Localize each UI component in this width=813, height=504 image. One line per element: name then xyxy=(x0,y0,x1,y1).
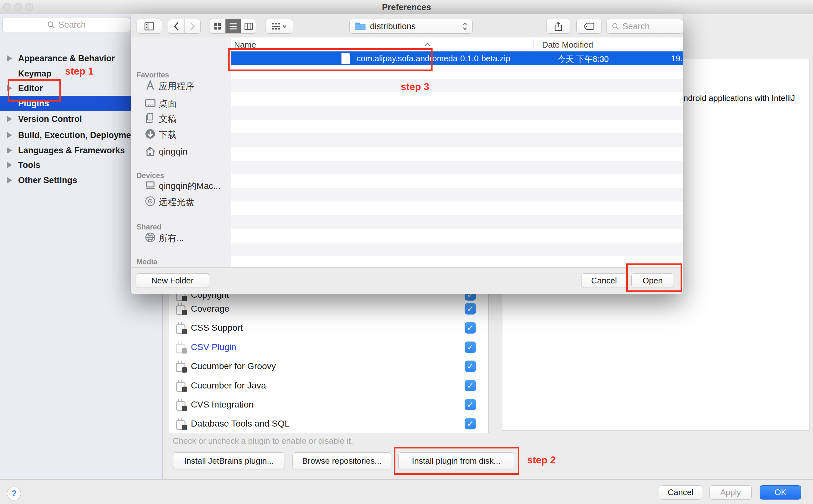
share-icon xyxy=(555,22,562,31)
plugin-row-cvs-integration[interactable]: CVS Integration✓ xyxy=(169,395,488,414)
plugin-row-cucumber-for-java[interactable]: Cucumber for Java✓ xyxy=(169,376,488,395)
open-highlight-box xyxy=(626,263,682,292)
search-placeholder: Search xyxy=(58,20,86,30)
tag-button[interactable] xyxy=(577,19,602,34)
search-icon xyxy=(612,23,619,30)
icon-view-button[interactable] xyxy=(210,19,225,33)
sidebar-item-label: 所有... xyxy=(159,232,184,244)
plugin-row-css-support[interactable]: CSS Support✓ xyxy=(169,318,488,337)
plugin-enabled-checkbox[interactable]: ✓ xyxy=(465,418,476,429)
dialog-toolbar: distributions Search xyxy=(131,14,683,38)
sidebar-item-label: qingqin的Mac... xyxy=(159,180,221,192)
expand-arrow-icon[interactable] xyxy=(7,162,12,168)
sidebar-item-home[interactable]: qingqin xyxy=(131,144,231,159)
dialog-sidebar: Favorites应用程序桌面文稿下载qingqinDevicesqingqin… xyxy=(131,37,231,267)
install-jetbrains-plugin-button[interactable]: Install JetBrains plugin... xyxy=(173,452,285,469)
file-list-stripe-row xyxy=(231,242,683,256)
plugin-row-coverage[interactable]: Coverage✓ xyxy=(169,299,488,318)
column-header-date-modified[interactable]: Date Modified xyxy=(542,40,593,50)
home-icon xyxy=(144,146,156,157)
preferences-ok-button[interactable]: OK xyxy=(760,485,801,500)
desktop-icon xyxy=(144,97,156,109)
preferences-apply-button[interactable]: Apply xyxy=(710,485,752,500)
plugin-label: CSS Support xyxy=(191,323,243,333)
documents-icon xyxy=(144,112,156,124)
path-selector-dropdown[interactable]: distributions xyxy=(349,19,473,34)
expand-arrow-icon[interactable] xyxy=(7,132,12,138)
file-list-stripe-row xyxy=(231,229,683,242)
sidebar-item-desktop[interactable]: 桌面 xyxy=(131,96,231,110)
plugin-row-cucumber-for-groovy[interactable]: Cucumber for Groovy✓ xyxy=(169,357,488,376)
sidebar-item-label: 文稿 xyxy=(159,113,177,125)
sidebar-item-label: 桌面 xyxy=(159,98,177,110)
file-list-stripe-row xyxy=(231,256,683,267)
file-list-stripe-row xyxy=(231,215,683,229)
file-list-stripe-row xyxy=(231,106,683,120)
sidebar-item-apps[interactable]: 应用程序 xyxy=(131,78,231,93)
disc-icon xyxy=(144,196,156,207)
help-button[interactable]: ? xyxy=(7,487,21,501)
plugin-label: Cucumber for Java xyxy=(191,381,266,391)
dialog-cancel-button[interactable]: Cancel xyxy=(581,273,627,288)
step3-label: step 3 xyxy=(401,81,430,93)
forward-icon xyxy=(190,22,195,31)
dialog-search-placeholder: Search xyxy=(623,22,650,31)
sort-ascending-icon xyxy=(425,43,430,46)
share-button[interactable] xyxy=(546,19,570,34)
plugin-label: CVS Integration xyxy=(191,400,254,410)
downloads-icon xyxy=(144,128,156,140)
file-list-stripe-row xyxy=(231,147,683,161)
sidebar-item-documents[interactable]: 文稿 xyxy=(131,111,231,125)
back-button[interactable] xyxy=(168,19,184,33)
expand-arrow-icon[interactable] xyxy=(7,177,12,183)
sidebar-item-globe[interactable]: 所有... xyxy=(131,230,231,245)
expand-arrow-icon[interactable] xyxy=(7,55,12,62)
sidebar-item-disc[interactable]: 远程光盘 xyxy=(131,194,231,209)
sidebar-item-label: Version Control xyxy=(18,114,82,124)
step1-highlight-box xyxy=(8,79,61,102)
sidebar-item-label: Appearance & Behavior xyxy=(18,54,115,63)
folder-icon xyxy=(355,22,366,31)
plugin-label: Cucumber for Groovy xyxy=(191,361,276,371)
browse-repositories-button[interactable]: Browse repositories... xyxy=(292,452,391,469)
sidebar-item-downloads[interactable]: 下载 xyxy=(131,127,231,141)
plugin-enabled-checkbox[interactable]: ✓ xyxy=(465,322,476,334)
plugin-label: CSV Plugin xyxy=(191,342,236,352)
plugin-enabled-checkbox[interactable]: ✓ xyxy=(465,380,476,391)
column-view-icon xyxy=(244,23,253,30)
sidebar-toggle-button[interactable] xyxy=(137,19,162,34)
sidebar-item-label: Other Settings xyxy=(18,176,77,185)
file-list-stripe-row xyxy=(231,188,683,202)
expand-arrow-icon[interactable] xyxy=(7,147,12,154)
plugin-row-csv-plugin[interactable]: CSV Plugin✓ xyxy=(169,338,488,357)
plugin-enabled-checkbox[interactable]: ✓ xyxy=(465,303,476,315)
new-folder-button[interactable]: New Folder xyxy=(136,273,209,288)
file-list-stripe-row xyxy=(231,79,683,92)
tag-icon xyxy=(584,23,595,30)
updown-chevrons-icon xyxy=(462,22,468,31)
plugin-icon xyxy=(176,303,187,315)
plugin-icon xyxy=(176,380,187,392)
preferences-cancel-button[interactable]: Cancel xyxy=(659,485,702,500)
forward-button[interactable] xyxy=(184,19,200,33)
expand-arrow-icon[interactable] xyxy=(7,116,12,122)
column-header-size[interactable]: Size xyxy=(647,40,683,50)
plugin-enabled-checkbox[interactable]: ✓ xyxy=(465,361,476,372)
step1-label: step 1 xyxy=(65,66,94,77)
search-icon xyxy=(47,21,55,29)
settings-search-input[interactable]: Search xyxy=(3,17,130,32)
sidebar-item-label: 下载 xyxy=(159,129,177,141)
column-view-button[interactable] xyxy=(241,19,256,33)
grid-view-icon xyxy=(214,23,221,30)
group-by-button[interactable] xyxy=(265,19,293,34)
plugin-enabled-checkbox[interactable]: ✓ xyxy=(465,342,476,353)
file-list-stripe-row xyxy=(231,161,683,174)
dialog-search-input[interactable]: Search xyxy=(606,19,683,34)
plugin-enabled-checkbox[interactable]: ✓ xyxy=(465,399,476,410)
sidebar-section-media: Media xyxy=(137,258,157,266)
window-title: Preferences xyxy=(0,3,813,12)
plugins-hint-text: Check or uncheck a plugin to enable or d… xyxy=(173,436,353,446)
sidebar-item-laptop[interactable]: qingqin的Mac... xyxy=(131,178,231,192)
plugin-row-database-tools-and-sql[interactable]: Database Tools and SQL✓ xyxy=(169,414,488,433)
list-view-button[interactable] xyxy=(225,19,241,33)
